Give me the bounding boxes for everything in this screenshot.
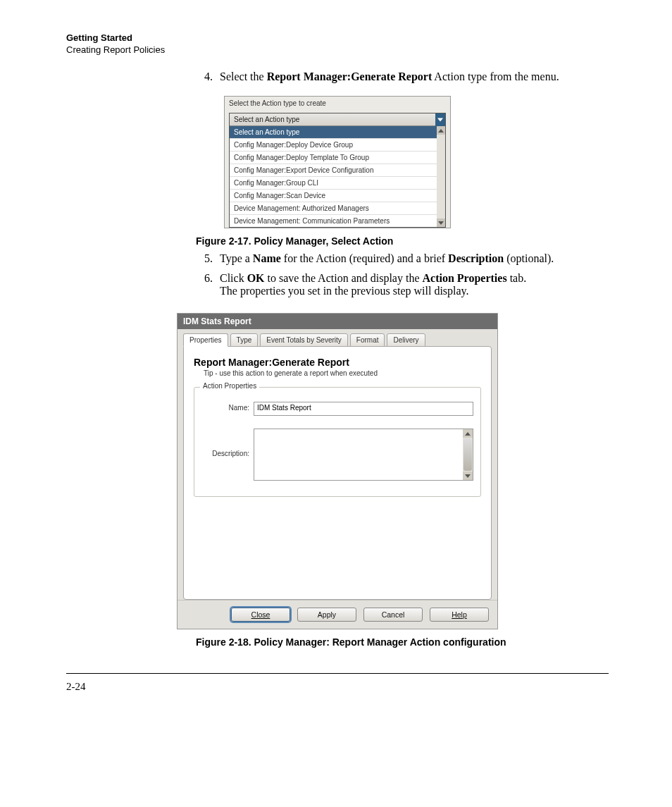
step-5: 5. Type a Name for the Action (required)… (196, 252, 609, 265)
tab-event-totals[interactable]: Event Totals by Severity (260, 333, 348, 347)
figure-2-17: Select the Action type to create Select … (224, 96, 451, 228)
select-head-text: Select an Action type (234, 116, 299, 123)
cancel-button[interactable]: Cancel (363, 608, 423, 622)
select-option[interactable]: Device Management: Authorized Managers (230, 202, 445, 214)
step-5-num: 5. (196, 252, 213, 265)
select-option[interactable]: Config Manager:Group CLI (230, 176, 445, 189)
step-6: 6. Click OK to save the Action and displ… (196, 272, 609, 297)
scroll-down-icon[interactable] (463, 472, 473, 480)
step6-a: Click (220, 272, 247, 284)
action-main-title: Report Manager:Generate Report (194, 357, 481, 368)
step4-post: Action type from the menu. (432, 70, 559, 82)
step5-a: Type a (220, 252, 253, 264)
step5-d: Description (448, 252, 504, 264)
name-label: Name: (201, 402, 254, 412)
name-input[interactable]: IDM Stats Report (254, 402, 473, 416)
step6-d: Action Properties (423, 272, 507, 284)
header-section: Getting Started (66, 32, 609, 43)
textarea-scrollbar[interactable] (463, 429, 473, 480)
select-action-prompt: Select the Action type to create (225, 97, 450, 113)
step4-pre: Select the (220, 70, 267, 82)
action-type-select[interactable]: Select an Action type Select an Action t… (229, 113, 446, 228)
tab-type[interactable]: Type (230, 333, 259, 347)
select-scrollbar[interactable] (437, 126, 445, 227)
select-option-highlighted[interactable]: Select an Action type (230, 126, 445, 138)
action-tip: Tip - use this action to generate a repo… (204, 369, 481, 377)
select-head-row: Select an Action type (230, 113, 445, 126)
step6-c: to save the Action and display the (265, 272, 423, 284)
button-bar: Close Apply Cancel Help (178, 600, 497, 629)
scroll-up-icon[interactable] (437, 126, 445, 135)
select-option[interactable]: Config Manager:Export Device Configurati… (230, 164, 445, 176)
tab-properties[interactable]: Properties (183, 333, 228, 347)
panel-titlebar: IDM Stats Report (178, 314, 497, 329)
step6-e: tab. (507, 272, 527, 284)
description-label: Description: (201, 429, 254, 457)
select-option[interactable]: Config Manager:Deploy Device Group (230, 138, 445, 151)
step5-e: (optional). (504, 252, 554, 264)
step6-b: OK (247, 272, 265, 284)
svg-marker-0 (437, 118, 443, 122)
group-legend: Action Properties (200, 382, 259, 390)
tab-row: Properties Type Event Totals by Severity… (183, 333, 492, 347)
select-option[interactable]: Device Management: Communication Paramet… (230, 214, 445, 227)
tab-delivery[interactable]: Delivery (387, 333, 425, 347)
footer-rule (66, 673, 609, 674)
scroll-down-icon[interactable] (437, 218, 445, 227)
close-button[interactable]: Close (231, 608, 290, 622)
description-textarea[interactable] (254, 429, 473, 481)
select-option[interactable]: Config Manager:Deploy Template To Group (230, 151, 445, 164)
figure-2-18: IDM Stats Report Properties Type Event T… (177, 313, 498, 629)
action-properties-group: Action Properties Name: IDM Stats Report… (194, 387, 481, 497)
step-6-num: 6. (196, 272, 213, 297)
scroll-thumb[interactable] (463, 438, 472, 471)
step-4-num: 4. (196, 70, 213, 83)
tab-format[interactable]: Format (350, 333, 385, 347)
figure-2-17-caption: Figure 2-17. Policy Manager, Select Acti… (196, 235, 609, 247)
step5-c: for the Action (required) and a brief (281, 252, 448, 264)
apply-button[interactable]: Apply (297, 608, 356, 622)
figure-2-18-caption: Figure 2-18. Policy Manager: Report Mana… (196, 636, 609, 648)
header-subsection: Creating Report Policies (66, 44, 609, 55)
step4-bold: Report Manager:Generate Report (267, 70, 433, 82)
scroll-up-icon[interactable] (463, 429, 473, 438)
step6-line2: The properties you set in the previous s… (220, 285, 609, 297)
step5-b: Name (253, 252, 281, 264)
select-dropdown-button[interactable] (435, 113, 445, 126)
step-4: 4. Select the Report Manager:Generate Re… (196, 70, 609, 83)
page-number: 2-24 (66, 681, 609, 693)
help-button[interactable]: Help (430, 608, 489, 622)
select-option[interactable]: Config Manager:Scan Device (230, 189, 445, 202)
